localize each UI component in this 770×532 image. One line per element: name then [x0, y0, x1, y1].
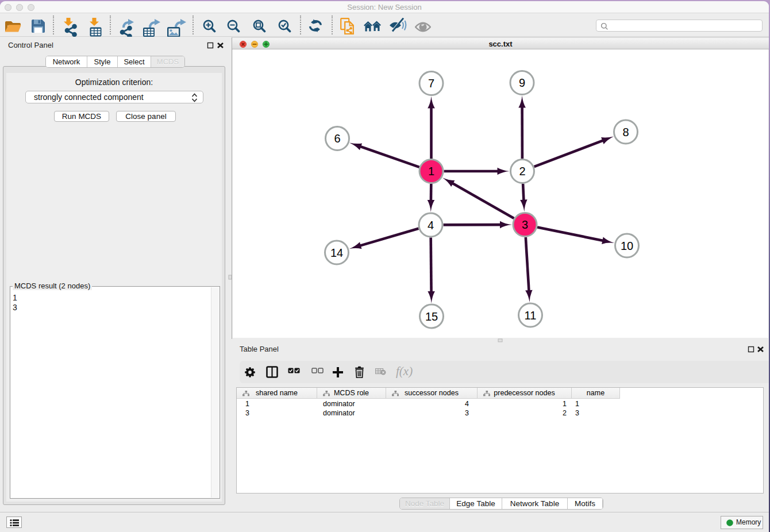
- svg-text:8: 8: [622, 126, 629, 138]
- svg-text:2: 2: [519, 165, 525, 178]
- svg-text:15: 15: [425, 310, 438, 323]
- svg-text:6: 6: [334, 132, 340, 145]
- svg-text:10: 10: [621, 240, 633, 252]
- svg-text:14: 14: [330, 246, 343, 259]
- svg-text:7: 7: [428, 77, 434, 90]
- svg-text:11: 11: [525, 309, 537, 322]
- svg-text:1: 1: [428, 165, 434, 178]
- svg-text:3: 3: [522, 218, 528, 231]
- svg-text:9: 9: [519, 76, 525, 89]
- svg-text:4: 4: [428, 219, 434, 232]
